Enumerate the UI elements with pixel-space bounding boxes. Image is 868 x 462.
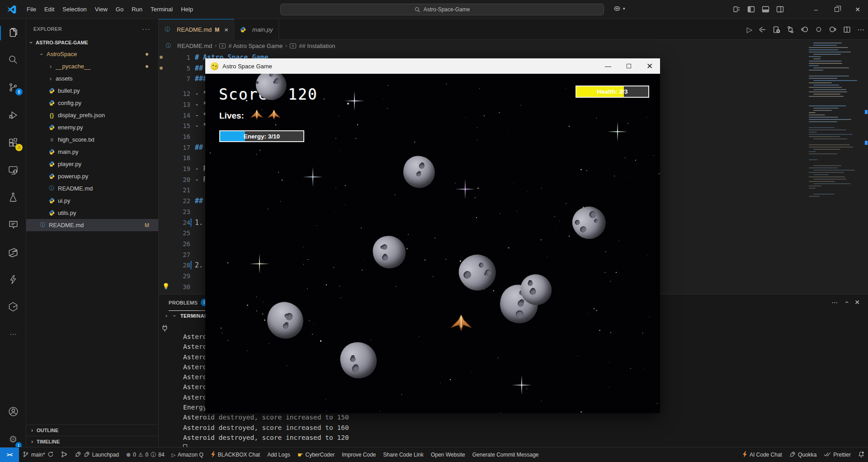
menu-go[interactable]: Go xyxy=(112,4,127,14)
terminal-label[interactable]: TERMINAL xyxy=(180,313,208,319)
diff-previous-icon[interactable] xyxy=(801,25,809,33)
toggle-primary-sidebar-icon[interactable] xyxy=(747,5,755,14)
statusbar-item-amazon-q[interactable]: ▷Amazon Q xyxy=(168,448,207,462)
window-close-button[interactable]: ✕ xyxy=(847,0,868,19)
panel-maximize-icon[interactable]: › xyxy=(843,301,850,304)
statusbar-item-launchpad[interactable]: Launchpad xyxy=(71,448,123,462)
tree-item-powerup-py[interactable]: powerup.py xyxy=(26,170,158,182)
statusbar-item-prettier[interactable]: Prettier xyxy=(820,448,854,462)
activitybar-search[interactable] xyxy=(0,49,26,71)
remote-indicator[interactable]: >< xyxy=(0,448,19,462)
hexagon-icon xyxy=(8,301,19,312)
menu-terminal[interactable]: Terminal xyxy=(146,4,177,14)
statusbar-item-share-code-link[interactable]: Share Code Link xyxy=(380,448,427,462)
statusbar-item-notifications[interactable] xyxy=(854,448,868,462)
window-minimize-button[interactable]: – xyxy=(806,0,826,19)
tree-item--pycache-[interactable]: ›__pycache__ xyxy=(26,60,158,72)
toggle-secondary-sidebar-icon[interactable] xyxy=(776,5,784,14)
activitybar-extensions[interactable]: ⚠ xyxy=(0,132,26,154)
panel-close-icon[interactable]: ✕ xyxy=(854,299,860,306)
statusbar-item-branch[interactable]: main* xyxy=(19,448,57,462)
tree-item-readme-md[interactable]: ⓘREADME.mdM xyxy=(26,219,158,231)
problems-tab[interactable]: PROBLEMS 8 xyxy=(169,295,208,311)
tree-item-utils-py[interactable]: utils.py xyxy=(26,207,158,219)
statusbar-item-quokka[interactable]: Quokka xyxy=(786,448,820,462)
notebook-search-icon[interactable] xyxy=(773,26,780,33)
activitybar-quokka[interactable] xyxy=(0,296,26,318)
menu-run[interactable]: Run xyxy=(127,4,146,14)
minimap[interactable] xyxy=(807,41,868,312)
activitybar-thunder[interactable] xyxy=(0,269,26,291)
tree-item-readme-md[interactable]: ⓘREADME.md xyxy=(26,182,158,195)
game-close-button[interactable]: ✕ xyxy=(639,58,660,74)
split-arrow-icon[interactable] xyxy=(759,26,766,33)
workspace-root[interactable]: › ASTRO-SPACE-GAME xyxy=(26,37,158,48)
breadcrumb-h2[interactable]: ## Installation xyxy=(299,43,335,49)
tree-item-player-py[interactable]: player.py xyxy=(26,158,158,170)
menu-selection[interactable]: Selection xyxy=(58,4,90,14)
git-compare-icon[interactable] xyxy=(787,26,794,33)
tree-item-ui-py[interactable]: ui.py xyxy=(26,195,158,207)
activitybar-run-debug[interactable] xyxy=(0,104,26,126)
statusbar-item-cybercoder[interactable]: ☛CyberCoder xyxy=(294,448,338,462)
lightbulb-icon[interactable]: 💡 xyxy=(162,283,169,289)
timeline-section[interactable]: › TIMELINE xyxy=(26,436,158,447)
game-minimize-button[interactable]: — xyxy=(598,58,618,74)
menu-view[interactable]: View xyxy=(91,4,112,14)
tree-item-astrospace[interactable]: ›AstroSpace xyxy=(26,48,158,60)
outline-section[interactable]: › OUTLINE xyxy=(26,424,158,436)
tree-item-main-py[interactable]: main.py xyxy=(26,146,158,158)
chevron-right-icon[interactable]: › xyxy=(164,313,169,319)
tab-close-icon[interactable]: × xyxy=(224,26,228,33)
copilot-button[interactable]: ▾ xyxy=(613,5,625,13)
statusbar-item-diagnostics[interactable]: ⊗0⚠0ⓘ84 xyxy=(123,448,168,462)
activitybar-testing[interactable] xyxy=(0,186,26,208)
explorer-more-icon[interactable]: ··· xyxy=(142,25,151,33)
game-maximize-button[interactable] xyxy=(618,58,639,74)
tree-item-enemy-py[interactable]: enemy.py xyxy=(26,121,158,133)
statusbar-item-add-logs[interactable]: Add Logs xyxy=(264,448,294,462)
toggle-panel-icon[interactable] xyxy=(761,5,770,14)
split-editor-icon[interactable] xyxy=(843,26,851,33)
command-center-search[interactable]: Astro-Space-Game xyxy=(280,4,604,15)
activitybar-explorer[interactable] xyxy=(0,22,26,44)
tree-item-bullet-py[interactable]: bullet.py xyxy=(26,85,158,97)
game-canvas[interactable]: Score: 120 Lives: Health: 2/3 Energy: 3/… xyxy=(205,74,660,413)
menu-edit[interactable]: Edit xyxy=(40,4,58,14)
statusbar-item-open-website[interactable]: Open Website xyxy=(427,448,469,462)
statusbar-item-blackbox-chat[interactable]: BLACKBOX Chat xyxy=(207,448,264,462)
panel-more-icon[interactable]: ⋯ xyxy=(832,299,838,306)
activitybar-source-control[interactable]: 8 xyxy=(0,76,26,98)
more-actions-icon[interactable]: ⋯ xyxy=(857,25,864,34)
tree-item-high-score-txt[interactable]: ≡high_score.txt xyxy=(26,133,158,146)
menu-file[interactable]: File xyxy=(23,4,40,14)
diff-circle-icon[interactable] xyxy=(815,26,822,33)
statusbar-item-generate-commit-message[interactable]: Generate Commit Message xyxy=(469,448,542,462)
statusbar-item-improve-code[interactable]: Improve Code xyxy=(338,448,379,462)
run-file-icon[interactable]: ▷ xyxy=(747,25,752,34)
star xyxy=(498,357,499,358)
tree-item-display-prefs-json[interactable]: {}display_prefs.json xyxy=(26,109,158,121)
statusbar-item-ai-code-chat[interactable]: AI Code Chat xyxy=(739,448,786,462)
activitybar-account[interactable] xyxy=(0,400,26,422)
chevron-down-icon[interactable]: › xyxy=(171,314,178,318)
activitybar-more[interactable]: ⋯ xyxy=(0,323,26,345)
breadcrumb[interactable]: ⓘ README.md › # # Astro Space Game › # #… xyxy=(159,40,868,52)
menu-help[interactable]: Help xyxy=(177,4,197,14)
chevron-right-icon: › xyxy=(48,76,53,82)
tree-item-assets[interactable]: ›assets xyxy=(26,72,158,85)
tree-item-config-py[interactable]: config.py xyxy=(26,97,158,109)
statusbar-item-git-graph[interactable] xyxy=(57,448,71,462)
line-text: 2. xyxy=(195,261,203,269)
diff-next-icon[interactable] xyxy=(829,25,837,33)
activitybar-chat[interactable] xyxy=(0,214,26,235)
activitybar-remote-explorer[interactable] xyxy=(0,159,26,181)
breadcrumb-h1[interactable]: # Astro Space Game xyxy=(228,43,283,49)
tab-mainpy[interactable]: main.py xyxy=(234,19,279,40)
activitybar-blackbox[interactable] xyxy=(0,242,26,263)
customize-layout-icon[interactable] xyxy=(732,5,741,14)
game-window-titlebar[interactable]: Astro Space Game — ✕ xyxy=(205,58,660,74)
breadcrumb-file[interactable]: README.md xyxy=(177,43,212,49)
tab-readme[interactable]: ⓘ README.md M × xyxy=(159,19,234,40)
window-restore-button[interactable] xyxy=(826,0,847,19)
